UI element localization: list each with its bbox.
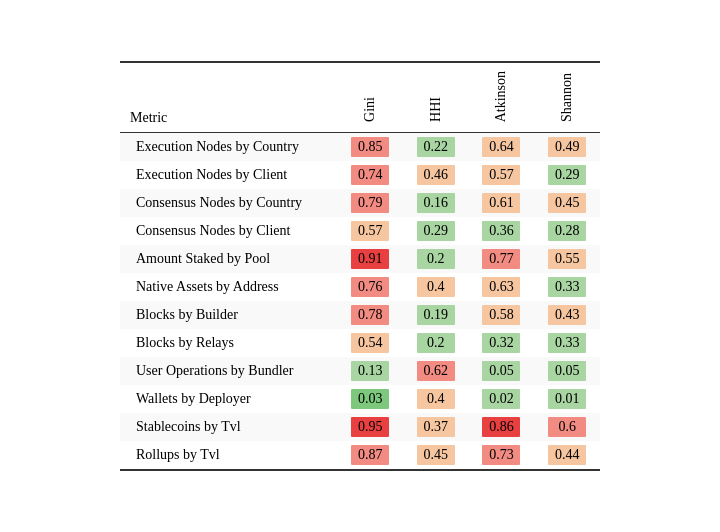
table-row: User Operations by Bundler0.130.620.050.… xyxy=(120,357,600,385)
table-row: Blocks by Relays0.540.20.320.33 xyxy=(120,329,600,357)
table-row: Rollups by Tvl0.870.450.730.44 xyxy=(120,441,600,470)
atkinson-value: 0.77 xyxy=(469,245,535,273)
hhi-value: 0.2 xyxy=(403,245,469,273)
atkinson-value: 0.63 xyxy=(469,273,535,301)
atkinson-header: Atkinson xyxy=(469,62,535,133)
shannon-value: 0.05 xyxy=(534,357,600,385)
gini-value: 0.78 xyxy=(337,301,403,329)
metric-label: Blocks by Builder xyxy=(120,301,337,329)
metric-label: User Operations by Bundler xyxy=(120,357,337,385)
metric-label: Consensus Nodes by Client xyxy=(120,217,337,245)
hhi-value: 0.46 xyxy=(403,161,469,189)
atkinson-value: 0.05 xyxy=(469,357,535,385)
shannon-value: 0.6 xyxy=(534,413,600,441)
table-row: Execution Nodes by Country0.850.220.640.… xyxy=(120,133,600,162)
shannon-value: 0.01 xyxy=(534,385,600,413)
hhi-value: 0.22 xyxy=(403,133,469,162)
metric-header: Metric xyxy=(120,62,337,133)
hhi-value: 0.45 xyxy=(403,441,469,470)
gini-header: Gini xyxy=(337,62,403,133)
shannon-value: 0.44 xyxy=(534,441,600,470)
hhi-header: HHI xyxy=(403,62,469,133)
shannon-value: 0.33 xyxy=(534,273,600,301)
shannon-value: 0.49 xyxy=(534,133,600,162)
gini-value: 0.85 xyxy=(337,133,403,162)
metric-label: Consensus Nodes by Country xyxy=(120,189,337,217)
table-row: Consensus Nodes by Client0.570.290.360.2… xyxy=(120,217,600,245)
table-row: Native Assets by Address0.760.40.630.33 xyxy=(120,273,600,301)
hhi-value: 0.19 xyxy=(403,301,469,329)
shannon-value: 0.43 xyxy=(534,301,600,329)
gini-value: 0.13 xyxy=(337,357,403,385)
atkinson-value: 0.02 xyxy=(469,385,535,413)
shannon-value: 0.55 xyxy=(534,245,600,273)
gini-value: 0.95 xyxy=(337,413,403,441)
table-row: Execution Nodes by Client0.740.460.570.2… xyxy=(120,161,600,189)
metric-label: Blocks by Relays xyxy=(120,329,337,357)
hhi-value: 0.4 xyxy=(403,273,469,301)
shannon-value: 0.29 xyxy=(534,161,600,189)
metric-label: Amount Staked by Pool xyxy=(120,245,337,273)
main-table-container: Metric Gini HHI Atkinson Shannon Executi… xyxy=(120,61,600,471)
table-row: Blocks by Builder0.780.190.580.43 xyxy=(120,301,600,329)
atkinson-value: 0.64 xyxy=(469,133,535,162)
table-row: Wallets by Deployer0.030.40.020.01 xyxy=(120,385,600,413)
hhi-value: 0.16 xyxy=(403,189,469,217)
table-row: Consensus Nodes by Country0.790.160.610.… xyxy=(120,189,600,217)
gini-value: 0.79 xyxy=(337,189,403,217)
gini-value: 0.57 xyxy=(337,217,403,245)
metric-label: Wallets by Deployer xyxy=(120,385,337,413)
atkinson-value: 0.32 xyxy=(469,329,535,357)
atkinson-value: 0.61 xyxy=(469,189,535,217)
atkinson-value: 0.57 xyxy=(469,161,535,189)
hhi-value: 0.29 xyxy=(403,217,469,245)
metric-label: Execution Nodes by Country xyxy=(120,133,337,162)
table-row: Stablecoins by Tvl0.950.370.860.6 xyxy=(120,413,600,441)
gini-value: 0.76 xyxy=(337,273,403,301)
gini-value: 0.74 xyxy=(337,161,403,189)
atkinson-value: 0.36 xyxy=(469,217,535,245)
shannon-value: 0.28 xyxy=(534,217,600,245)
metric-label: Rollups by Tvl xyxy=(120,441,337,470)
atkinson-value: 0.86 xyxy=(469,413,535,441)
header-row: Metric Gini HHI Atkinson Shannon xyxy=(120,62,600,133)
hhi-value: 0.62 xyxy=(403,357,469,385)
shannon-value: 0.33 xyxy=(534,329,600,357)
hhi-value: 0.37 xyxy=(403,413,469,441)
metric-label: Stablecoins by Tvl xyxy=(120,413,337,441)
gini-value: 0.54 xyxy=(337,329,403,357)
gini-value: 0.87 xyxy=(337,441,403,470)
shannon-header: Shannon xyxy=(534,62,600,133)
atkinson-value: 0.73 xyxy=(469,441,535,470)
atkinson-value: 0.58 xyxy=(469,301,535,329)
hhi-value: 0.2 xyxy=(403,329,469,357)
table-row: Amount Staked by Pool0.910.20.770.55 xyxy=(120,245,600,273)
metrics-table: Metric Gini HHI Atkinson Shannon Executi… xyxy=(120,61,600,471)
metric-label: Native Assets by Address xyxy=(120,273,337,301)
gini-value: 0.03 xyxy=(337,385,403,413)
hhi-value: 0.4 xyxy=(403,385,469,413)
shannon-value: 0.45 xyxy=(534,189,600,217)
gini-value: 0.91 xyxy=(337,245,403,273)
metric-label: Execution Nodes by Client xyxy=(120,161,337,189)
